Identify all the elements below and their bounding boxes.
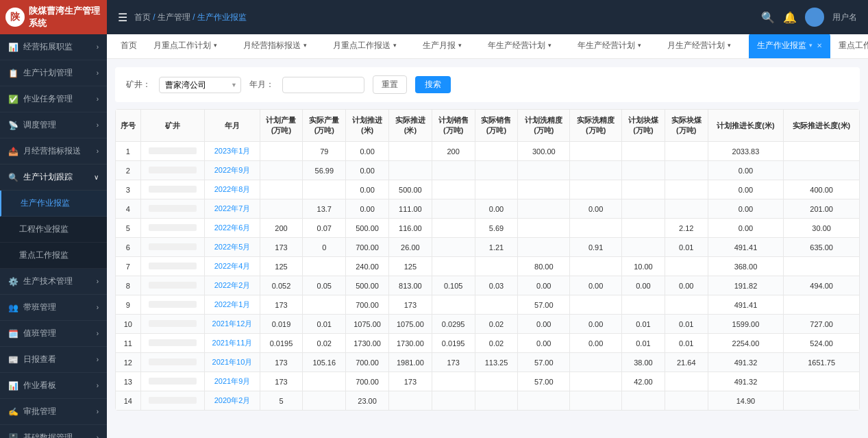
table-cell <box>622 219 665 238</box>
year-month-link[interactable]: 2022年5月 <box>214 243 251 251</box>
year-month-link[interactable]: 2022年4月 <box>214 262 251 270</box>
sidebar-item-kanban[interactable]: 📊 作业看板 › <box>0 373 107 399</box>
sidebar-item-jihua[interactable]: 📋 生产计划管理 › <box>0 60 107 86</box>
mine-cell <box>140 315 205 334</box>
table-cell: 0.00 <box>570 315 622 334</box>
year-month-link[interactable]: 2022年9月 <box>214 166 251 174</box>
year-month-link[interactable]: 2023年1月 <box>214 147 251 155</box>
sidebar-item-jishu[interactable]: ⚙️ 生产技术管理 › <box>0 269 107 295</box>
year-month-link[interactable]: 2021年12月 <box>212 319 253 328</box>
tab-monthly-key[interactable]: 月重点工作报送 ▾ ✕ <box>325 34 414 58</box>
mine-cell <box>140 219 205 238</box>
breadcrumb-home[interactable]: 首页 <box>134 12 151 22</box>
mine-select-wrap: 曹家湾公司 <box>159 77 241 93</box>
sidebar-item-scjhgz[interactable]: 生产作业报监 <box>0 191 107 217</box>
close-tab-icon[interactable]: ✕ <box>221 42 227 49</box>
close-tab-icon[interactable]: ✕ <box>311 42 317 49</box>
search-button[interactable]: 搜索 <box>415 76 451 93</box>
reset-button[interactable]: 重置 <box>373 75 407 94</box>
table-cell: 14 <box>116 391 141 411</box>
hamburger-icon[interactable]: ☰ <box>118 11 127 24</box>
mine-select[interactable]: 曹家湾公司 <box>159 77 241 93</box>
table-cell: 173 <box>260 295 303 315</box>
tab-annual-plan1[interactable]: 年生产经营计划 ▾ ✕ <box>480 34 569 58</box>
table-cell <box>518 238 570 257</box>
year-month-link[interactable]: 2022年1月 <box>214 300 251 308</box>
table-cell: 3 <box>116 180 141 199</box>
table-cell <box>432 257 475 276</box>
sidebar-item-zuoye[interactable]: ✅ 作业任务管理 › <box>0 86 107 112</box>
close-tab-icon[interactable]: ✕ <box>645 42 651 49</box>
sidebar-item-jingji[interactable]: 📊 经营拓展职监 › <box>0 34 107 60</box>
tab-monthly-ops[interactable]: 月生产经营计划 ▾ ✕ <box>659 34 749 58</box>
bell-icon[interactable]: 🔔 <box>783 11 797 24</box>
year-month-link[interactable]: 2022年7月 <box>214 204 251 212</box>
tab-production-monitor[interactable]: 生产作业报监 ▾ ✕ <box>749 34 830 58</box>
chevron-icon: › <box>97 356 99 363</box>
tab-production-monthly[interactable]: 生产月报 ▾ ✕ <box>414 34 480 58</box>
close-tab-icon[interactable]: ✕ <box>401 42 406 49</box>
breadcrumb-production[interactable]: 生产管理 <box>158 12 190 22</box>
year-month-link[interactable]: 2022年8月 <box>214 185 251 193</box>
ribao-icon: 📰 <box>8 355 18 365</box>
close-tab-icon[interactable]: ✕ <box>735 42 741 49</box>
tab-key-monitor[interactable]: 重点工作报监 ▾ ✕ <box>830 34 868 58</box>
shenpi-icon: ✍️ <box>8 407 18 417</box>
sidebar-item-zhichu[interactable]: 🗓️ 值班管理 › <box>0 321 107 347</box>
sidebar-item-jichushuju[interactable]: 🗄️ 基础数据管理 › <box>0 425 107 438</box>
table-cell: 191.82 <box>708 276 784 295</box>
sidebar-item-diaodu[interactable]: 📡 调度管理 › <box>0 112 107 138</box>
year-month-link[interactable]: 2022年2月 <box>214 281 251 289</box>
mine-cell <box>140 353 205 372</box>
table-cell: 0 <box>303 238 346 257</box>
sidebar-item-scjh[interactable]: 🔍 生产计划跟踪 ∨ <box>0 165 107 191</box>
sidebar-item-shenpi[interactable]: ✍️ 审批管理 › <box>0 399 107 425</box>
table-cell: 0.00 <box>570 199 622 219</box>
table-cell: 7 <box>116 257 141 276</box>
table-cell <box>260 180 303 199</box>
table-cell: 0.019 <box>260 315 303 334</box>
table-cell: 524.00 <box>784 334 860 353</box>
table-row: 12023年1月790.00200300.002033.83 <box>116 142 860 161</box>
sidebar-item-yuedu[interactable]: 📤 月经营指标报送 › <box>0 138 107 165</box>
close-tab-icon[interactable]: ✕ <box>817 42 822 49</box>
close-tab-icon[interactable]: ✕ <box>556 42 561 49</box>
sidebar-item-gcgz[interactable]: 工程作业报监 <box>0 217 107 243</box>
year-month-link[interactable]: 2022年6月 <box>214 223 251 232</box>
close-tab-icon[interactable]: ✕ <box>466 42 471 49</box>
year-month-link[interactable]: 2021年11月 <box>212 339 253 347</box>
sidebar-item-ribao[interactable]: 📰 日报查看 › <box>0 347 107 373</box>
mine-cell <box>140 295 205 315</box>
mine-cell <box>140 334 205 353</box>
sidebar-item-peixun[interactable]: 👥 带班管理 › <box>0 295 107 321</box>
tab-home[interactable]: 首页 <box>112 34 145 58</box>
table-cell: 0.01 <box>622 315 665 334</box>
table-cell <box>432 372 475 391</box>
table-cell: 57.00 <box>518 353 570 372</box>
table-row: 132021年9月173700.0017357.0042.00491.32 <box>116 372 860 391</box>
table-cell <box>665 295 708 315</box>
table-cell: 400.00 <box>784 180 860 199</box>
sidebar: 陕 陕煤曹湾生产管理系统 📊 经营拓展职监 › 📋 生产计划管理 › ✅ 作业任… <box>0 0 107 438</box>
table-cell: 4 <box>116 199 141 219</box>
search-icon[interactable]: 🔍 <box>761 11 775 24</box>
tab-monthly-report[interactable]: 月经营指标报送 ▾ ✕ <box>235 34 325 58</box>
data-table-wrap: 序号 矿井 年月 计划产量(万吨) 实际产量(万吨) 计划推进(米) 实际推进(… <box>115 109 860 411</box>
sidebar-label-shenpi: 审批管理 <box>23 406 56 417</box>
jihua-icon: 📋 <box>8 69 18 78</box>
table-cell <box>622 295 665 315</box>
chevron-down-icon: ∨ <box>94 173 99 181</box>
table-cell: 111.00 <box>388 199 432 219</box>
year-month-input[interactable] <box>282 77 364 93</box>
table-cell: 0.91 <box>570 238 622 257</box>
year-month-link[interactable]: 2021年9月 <box>214 377 251 385</box>
sidebar-item-zdjh[interactable]: 重点工作报监 <box>0 243 107 269</box>
tab-annual-plan2[interactable]: 年生产经营计划 ▾ ✕ <box>569 34 659 58</box>
table-cell <box>622 199 665 219</box>
table-cell: 1730.00 <box>388 334 432 353</box>
sidebar-submenu-scjh: 生产作业报监 工程作业报监 重点工作报监 <box>0 191 107 269</box>
year-month-link[interactable]: 2020年2月 <box>214 396 251 404</box>
tab-monthly-plan[interactable]: 月重点工作计划 ▾ ✕ <box>145 34 235 58</box>
year-month-link[interactable]: 2021年10月 <box>212 358 253 366</box>
table-cell <box>665 257 708 276</box>
